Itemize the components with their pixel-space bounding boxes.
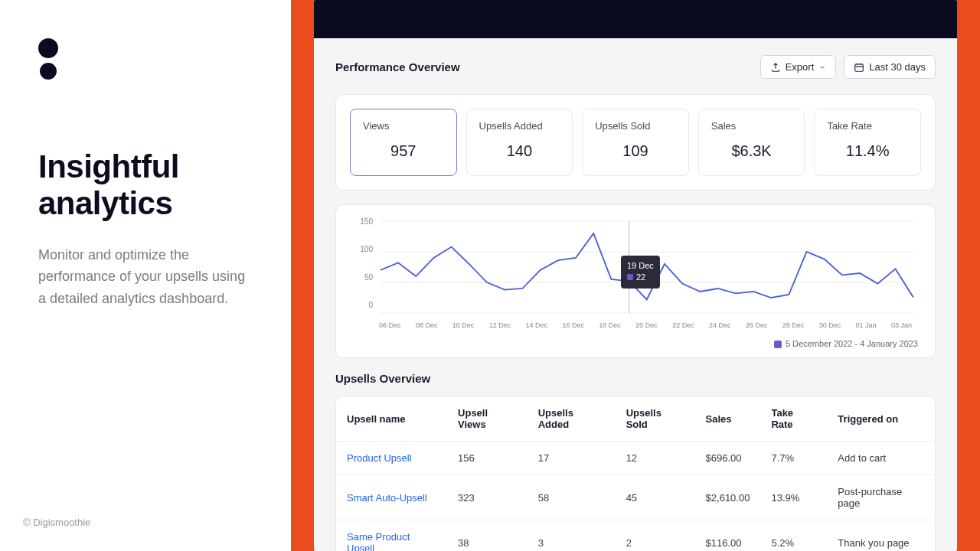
cell-rate: 13.9% — [760, 475, 827, 520]
metric-value: 11.4% — [827, 142, 908, 160]
content-header: Performance Overview Export Last 30 days — [335, 55, 936, 79]
cell-trigger: Add to cart — [827, 442, 935, 475]
metric-sales[interactable]: Sales $6.3K — [698, 109, 805, 176]
table-row: Same Product Upsell 38 3 2 $116.00 5.2% … — [336, 520, 935, 551]
chart-card: 150 100 50 0 — [335, 204, 936, 358]
export-button[interactable]: Export — [760, 55, 837, 79]
metric-label: Upsells Added — [479, 120, 560, 132]
chart-legend: 5 December 2022 - 4 January 2023 — [353, 339, 918, 348]
logo-dot-top — [38, 38, 58, 58]
app-window: Performance Overview Export Last 30 days — [314, 0, 957, 551]
page-subtext: Monitor and optimize the performance of … — [38, 244, 253, 310]
col-trigger[interactable]: Triggered on — [827, 396, 935, 442]
calendar-icon — [854, 62, 864, 73]
metric-value: $6.3K — [711, 142, 792, 160]
col-name[interactable]: Upsell name — [336, 396, 447, 442]
cell-added: 17 — [528, 442, 616, 475]
cell-added: 3 — [528, 520, 616, 551]
metrics-card: Views 957 Upsells Added 140 Upsells Sold… — [335, 94, 936, 191]
section-title: Performance Overview — [335, 60, 460, 73]
export-label: Export — [786, 61, 815, 73]
col-added[interactable]: Upsells Added — [528, 396, 616, 442]
marketing-sidebar: Insightful analytics Monitor and optimiz… — [0, 0, 291, 551]
app-topbar — [314, 0, 957, 38]
metric-label: Sales — [711, 120, 792, 132]
legend-color-swatch — [774, 341, 782, 348]
cell-sold: 12 — [616, 442, 695, 475]
metric-value: 140 — [479, 142, 560, 160]
upload-icon — [770, 62, 781, 73]
cell-views: 38 — [447, 520, 528, 551]
chart-area[interactable]: 150 100 50 0 — [353, 217, 918, 336]
cell-added: 58 — [528, 475, 616, 520]
upsell-link[interactable]: Same Product Upsell — [336, 520, 447, 551]
table-row: Product Upsell 156 17 12 $696.00 7.7% Ad… — [336, 442, 935, 475]
col-sold[interactable]: Upsells Sold — [616, 396, 695, 442]
metric-value: 109 — [595, 142, 676, 160]
cell-sales: $2,610.00 — [695, 475, 761, 520]
logo — [38, 38, 253, 80]
cell-trigger: Post-purchase page — [827, 475, 935, 520]
cell-trigger: Thank you page — [827, 520, 935, 551]
tooltip-date: 19 Dec — [627, 260, 654, 272]
header-actions: Export Last 30 days — [760, 55, 936, 79]
table-title: Upsells Overview — [335, 372, 936, 385]
metric-label: Views — [363, 120, 444, 132]
tooltip-color-swatch — [627, 274, 633, 280]
metric-upsells-sold[interactable]: Upsells Sold 109 — [582, 109, 689, 176]
app-content: Performance Overview Export Last 30 days — [314, 38, 957, 551]
chart-tooltip: 19 Dec 22 — [621, 256, 660, 289]
upsell-link[interactable]: Smart Auto-Upsell — [336, 475, 447, 520]
col-views[interactable]: Upsell Views — [447, 396, 528, 442]
cell-sales: $116.00 — [695, 520, 761, 551]
cell-sold: 2 — [616, 520, 695, 551]
metric-views[interactable]: Views 957 — [350, 109, 457, 176]
daterange-button[interactable]: Last 30 days — [844, 55, 936, 79]
chart-x-axis: 06 Dec 08 Dec 10 Dec 12 Dec 14 Dec 16 De… — [353, 321, 918, 329]
logo-dot-bottom — [40, 63, 57, 80]
chevron-down-icon — [818, 64, 826, 71]
table-row: Smart Auto-Upsell 323 58 45 $2,610.00 13… — [336, 475, 935, 520]
daterange-label: Last 30 days — [869, 61, 926, 73]
col-sales[interactable]: Sales — [695, 396, 761, 442]
metric-value: 957 — [363, 142, 444, 160]
metric-take-rate[interactable]: Take Rate 11.4% — [814, 109, 921, 176]
tooltip-value: 22 — [636, 272, 645, 282]
metric-label: Take Rate — [827, 120, 908, 132]
footer-copyright: © Digismoothie — [23, 517, 90, 528]
cell-views: 156 — [447, 442, 528, 475]
col-rate[interactable]: Take Rate — [760, 396, 827, 442]
app-frame: Performance Overview Export Last 30 days — [291, 0, 980, 551]
table-header-row: Upsell name Upsell Views Upsells Added U… — [336, 396, 935, 442]
legend-text: 5 December 2022 - 4 January 2023 — [786, 339, 918, 348]
chart-y-axis: 150 100 50 0 — [353, 217, 373, 309]
cell-views: 323 — [447, 475, 528, 520]
metric-label: Upsells Sold — [595, 120, 676, 132]
upsell-link[interactable]: Product Upsell — [336, 442, 447, 475]
cell-rate: 5.2% — [760, 520, 827, 551]
cell-sales: $696.00 — [695, 442, 761, 475]
page-heading: Insightful analytics — [38, 148, 253, 223]
cell-rate: 7.7% — [760, 442, 827, 475]
metric-upsells-added[interactable]: Upsells Added 140 — [466, 109, 573, 176]
cell-sold: 45 — [616, 475, 695, 520]
upsells-table: Upsell name Upsell Views Upsells Added U… — [335, 396, 936, 551]
svg-rect-0 — [855, 64, 864, 70]
